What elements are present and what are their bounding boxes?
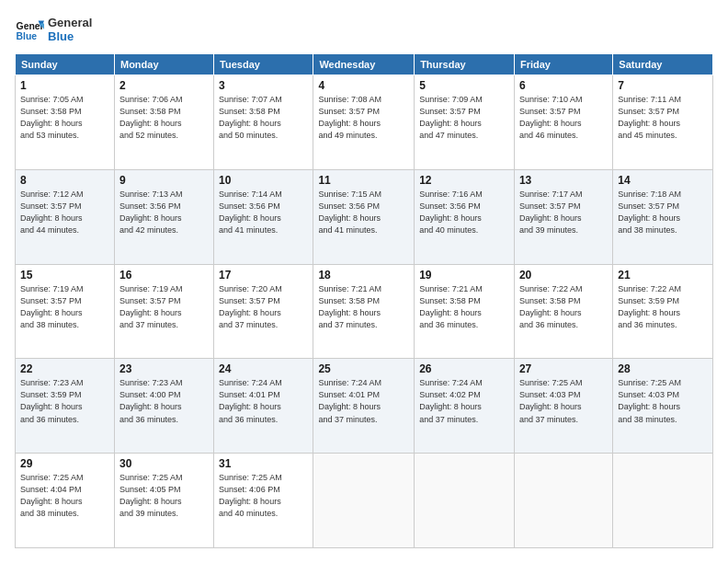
calendar-cell: 19 Sunrise: 7:21 AM Sunset: 3:58 PM Dayl… bbox=[415, 264, 515, 359]
header: General Blue General Blue bbox=[15, 15, 713, 44]
day-info: Sunrise: 7:18 AM Sunset: 3:57 PM Dayligh… bbox=[618, 189, 708, 236]
calendar-cell: 20 Sunrise: 7:22 AM Sunset: 3:58 PM Dayl… bbox=[514, 264, 612, 359]
day-info: Sunrise: 7:23 AM Sunset: 4:00 PM Dayligh… bbox=[119, 377, 209, 425]
day-info: Sunrise: 7:16 AM Sunset: 3:56 PM Dayligh… bbox=[419, 189, 509, 236]
day-info: Sunrise: 7:19 AM Sunset: 3:57 PM Dayligh… bbox=[119, 283, 209, 331]
calendar-header-thursday: Thursday bbox=[415, 54, 515, 75]
day-info: Sunrise: 7:25 AM Sunset: 4:03 PM Dayligh… bbox=[519, 377, 608, 425]
day-info: Sunrise: 7:17 AM Sunset: 3:57 PM Dayligh… bbox=[519, 189, 608, 236]
day-number: 21 bbox=[618, 269, 708, 282]
day-number: 3 bbox=[219, 79, 308, 92]
calendar-cell: 5 Sunrise: 7:09 AM Sunset: 3:57 PM Dayli… bbox=[415, 75, 515, 170]
day-info: Sunrise: 7:24 AM Sunset: 4:01 PM Dayligh… bbox=[318, 377, 409, 425]
day-info: Sunrise: 7:07 AM Sunset: 3:58 PM Dayligh… bbox=[219, 94, 308, 142]
calendar-cell: 9 Sunrise: 7:13 AM Sunset: 3:56 PM Dayli… bbox=[114, 169, 213, 264]
day-number: 29 bbox=[20, 457, 109, 470]
calendar-header-sunday: Sunday bbox=[16, 54, 115, 75]
calendar-cell: 29 Sunrise: 7:25 AM Sunset: 4:04 PM Dayl… bbox=[16, 454, 115, 548]
day-info: Sunrise: 7:06 AM Sunset: 3:58 PM Dayligh… bbox=[119, 94, 209, 142]
calendar-cell: 26 Sunrise: 7:24 AM Sunset: 4:02 PM Dayl… bbox=[415, 359, 515, 454]
calendar-cell: 2 Sunrise: 7:06 AM Sunset: 3:58 PM Dayli… bbox=[114, 75, 213, 170]
calendar-cell: 15 Sunrise: 7:19 AM Sunset: 3:57 PM Dayl… bbox=[16, 264, 115, 359]
day-info: Sunrise: 7:08 AM Sunset: 3:57 PM Dayligh… bbox=[318, 94, 409, 142]
day-number: 6 bbox=[519, 79, 608, 92]
calendar-cell: 12 Sunrise: 7:16 AM Sunset: 3:56 PM Dayl… bbox=[415, 169, 515, 264]
day-number: 1 bbox=[20, 79, 109, 92]
day-number: 22 bbox=[20, 362, 109, 375]
day-info: Sunrise: 7:25 AM Sunset: 4:06 PM Dayligh… bbox=[219, 472, 308, 520]
logo: General Blue General Blue bbox=[15, 15, 92, 44]
calendar-week-1: 1 Sunrise: 7:05 AM Sunset: 3:58 PM Dayli… bbox=[16, 75, 713, 170]
day-number: 13 bbox=[519, 174, 608, 187]
calendar-header-saturday: Saturday bbox=[613, 54, 713, 75]
day-info: Sunrise: 7:21 AM Sunset: 3:58 PM Dayligh… bbox=[419, 283, 509, 331]
calendar-week-5: 29 Sunrise: 7:25 AM Sunset: 4:04 PM Dayl… bbox=[16, 454, 713, 548]
calendar-cell: 8 Sunrise: 7:12 AM Sunset: 3:57 PM Dayli… bbox=[16, 169, 115, 264]
calendar-cell: 17 Sunrise: 7:20 AM Sunset: 3:57 PM Dayl… bbox=[214, 264, 313, 359]
calendar-cell: 21 Sunrise: 7:22 AM Sunset: 3:59 PM Dayl… bbox=[613, 264, 713, 359]
calendar-cell: 31 Sunrise: 7:25 AM Sunset: 4:06 PM Dayl… bbox=[214, 454, 313, 548]
calendar-cell bbox=[415, 454, 515, 548]
day-info: Sunrise: 7:25 AM Sunset: 4:05 PM Dayligh… bbox=[119, 472, 209, 520]
day-number: 19 bbox=[419, 269, 509, 282]
calendar-cell: 28 Sunrise: 7:25 AM Sunset: 4:03 PM Dayl… bbox=[613, 359, 713, 454]
page: General Blue General Blue SundayMondayTu… bbox=[0, 0, 728, 563]
calendar-cell: 24 Sunrise: 7:24 AM Sunset: 4:01 PM Dayl… bbox=[214, 359, 313, 454]
day-number: 9 bbox=[119, 174, 209, 187]
day-number: 14 bbox=[618, 174, 708, 187]
day-number: 28 bbox=[618, 362, 708, 375]
day-info: Sunrise: 7:22 AM Sunset: 3:58 PM Dayligh… bbox=[519, 283, 608, 331]
calendar-cell: 10 Sunrise: 7:14 AM Sunset: 3:56 PM Dayl… bbox=[214, 169, 313, 264]
day-number: 24 bbox=[219, 362, 308, 375]
day-number: 23 bbox=[119, 362, 209, 375]
day-info: Sunrise: 7:15 AM Sunset: 3:56 PM Dayligh… bbox=[318, 189, 409, 236]
day-info: Sunrise: 7:24 AM Sunset: 4:01 PM Dayligh… bbox=[219, 377, 308, 425]
day-number: 7 bbox=[618, 79, 708, 92]
day-number: 4 bbox=[318, 79, 409, 92]
day-info: Sunrise: 7:20 AM Sunset: 3:57 PM Dayligh… bbox=[219, 283, 308, 331]
day-info: Sunrise: 7:25 AM Sunset: 4:03 PM Dayligh… bbox=[618, 377, 708, 425]
day-info: Sunrise: 7:10 AM Sunset: 3:57 PM Dayligh… bbox=[519, 94, 608, 142]
day-number: 20 bbox=[519, 269, 608, 282]
day-number: 25 bbox=[318, 362, 409, 375]
day-number: 27 bbox=[519, 362, 608, 375]
calendar-cell: 3 Sunrise: 7:07 AM Sunset: 3:58 PM Dayli… bbox=[214, 75, 313, 170]
day-info: Sunrise: 7:11 AM Sunset: 3:57 PM Dayligh… bbox=[618, 94, 708, 142]
day-number: 12 bbox=[419, 174, 509, 187]
day-number: 10 bbox=[219, 174, 308, 187]
calendar-week-3: 15 Sunrise: 7:19 AM Sunset: 3:57 PM Dayl… bbox=[16, 264, 713, 359]
day-info: Sunrise: 7:23 AM Sunset: 3:59 PM Dayligh… bbox=[20, 377, 109, 425]
logo-icon: General Blue bbox=[15, 15, 44, 44]
day-number: 30 bbox=[119, 457, 209, 470]
calendar-cell: 14 Sunrise: 7:18 AM Sunset: 3:57 PM Dayl… bbox=[613, 169, 713, 264]
day-info: Sunrise: 7:14 AM Sunset: 3:56 PM Dayligh… bbox=[219, 189, 308, 236]
calendar-header-wednesday: Wednesday bbox=[313, 54, 415, 75]
day-number: 17 bbox=[219, 269, 308, 282]
day-info: Sunrise: 7:09 AM Sunset: 3:57 PM Dayligh… bbox=[419, 94, 509, 142]
day-number: 5 bbox=[419, 79, 509, 92]
day-info: Sunrise: 7:22 AM Sunset: 3:59 PM Dayligh… bbox=[618, 283, 708, 331]
calendar-cell: 25 Sunrise: 7:24 AM Sunset: 4:01 PM Dayl… bbox=[313, 359, 415, 454]
day-info: Sunrise: 7:25 AM Sunset: 4:04 PM Dayligh… bbox=[20, 472, 109, 520]
day-info: Sunrise: 7:05 AM Sunset: 3:58 PM Dayligh… bbox=[20, 94, 109, 142]
calendar-header-tuesday: Tuesday bbox=[214, 54, 313, 75]
day-number: 26 bbox=[419, 362, 509, 375]
svg-text:Blue: Blue bbox=[17, 31, 38, 41]
calendar-cell: 11 Sunrise: 7:15 AM Sunset: 3:56 PM Dayl… bbox=[313, 169, 415, 264]
day-info: Sunrise: 7:24 AM Sunset: 4:02 PM Dayligh… bbox=[419, 377, 509, 425]
calendar-cell: 22 Sunrise: 7:23 AM Sunset: 3:59 PM Dayl… bbox=[16, 359, 115, 454]
calendar-cell: 4 Sunrise: 7:08 AM Sunset: 3:57 PM Dayli… bbox=[313, 75, 415, 170]
calendar-cell bbox=[514, 454, 612, 548]
calendar-cell: 7 Sunrise: 7:11 AM Sunset: 3:57 PM Dayli… bbox=[613, 75, 713, 170]
calendar-cell bbox=[613, 454, 713, 548]
calendar-header-monday: Monday bbox=[114, 54, 213, 75]
day-number: 16 bbox=[119, 269, 209, 282]
day-info: Sunrise: 7:13 AM Sunset: 3:56 PM Dayligh… bbox=[119, 189, 209, 236]
day-number: 2 bbox=[119, 79, 209, 92]
day-number: 31 bbox=[219, 457, 308, 470]
logo-text2: Blue bbox=[48, 29, 92, 43]
calendar-cell: 27 Sunrise: 7:25 AM Sunset: 4:03 PM Dayl… bbox=[514, 359, 612, 454]
calendar-cell: 13 Sunrise: 7:17 AM Sunset: 3:57 PM Dayl… bbox=[514, 169, 612, 264]
calendar-week-2: 8 Sunrise: 7:12 AM Sunset: 3:57 PM Dayli… bbox=[16, 169, 713, 264]
calendar-header-friday: Friday bbox=[514, 54, 612, 75]
